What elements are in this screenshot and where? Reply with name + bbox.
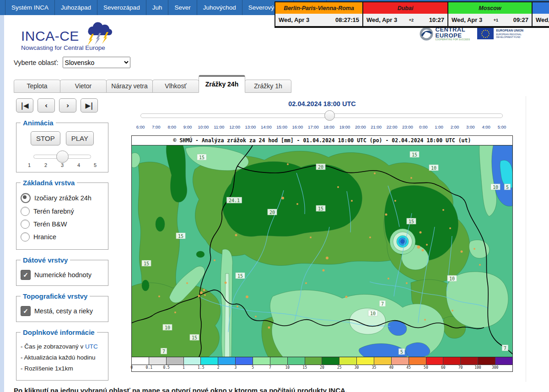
radio-indicator	[21, 193, 31, 203]
legend-swatch	[184, 357, 201, 365]
value-label: 15	[237, 274, 243, 279]
tab-teplota[interactable]: Teplota	[14, 80, 60, 93]
legend-swatch	[495, 357, 512, 365]
nav-item-juh[interactable]: Juh	[146, 0, 169, 15]
clock-zone: Berlin-Paris-Vienna-RomaWed, Apr 308:27:…	[275, 2, 362, 27]
legend-value: 30	[355, 365, 359, 370]
tab-zr-ky-1h[interactable]: Zrážky 1h	[245, 80, 291, 93]
legend-swatch	[288, 357, 305, 365]
value-label: 7	[381, 301, 384, 306]
clock-zone-name: Dubai	[363, 2, 447, 14]
legend-value: 300	[492, 365, 498, 370]
checkbox-indicator: ✓	[21, 270, 31, 280]
info-section: Doplnkové informácie - Čas je zobrazovan…	[16, 328, 108, 381]
base-layer-section: Základná vrstva Izočiary zrážok 24hTerén…	[16, 179, 108, 250]
region-selector: Vyberte oblasť: Slovensko	[14, 57, 130, 68]
clock-time-value: 08:27:15	[335, 16, 359, 23]
central-europe-swirl-icon	[420, 27, 433, 41]
checkbox-label: Numerické hodnoty	[34, 271, 92, 279]
tab-n-razy-vetra[interactable]: Nárazy vetra	[106, 80, 153, 93]
legend-value: 70	[458, 365, 463, 370]
value-label: 10	[431, 166, 436, 171]
region-select[interactable]: Slovensko	[63, 57, 130, 68]
product-tabs: TeplotaVietorNárazy vetraVlhkosťZrážky 2…	[14, 75, 291, 93]
tick-label: 2:00	[451, 124, 459, 129]
clock-date: Wed,	[536, 16, 549, 23]
footer-note: Po kliknutí na jednu vybranú oblasť na m…	[14, 387, 526, 392]
eu-logo: EUROPEAN UNION EUROPEAN REGIONAL DEVELOP…	[477, 28, 523, 39]
speed-label: 2	[44, 162, 47, 168]
nav-item-juhoz-pad[interactable]: Juhozápad	[55, 0, 97, 15]
tab-vietor[interactable]: Vietor	[60, 80, 107, 93]
legend-swatch	[236, 357, 253, 365]
legend-value: 1.5	[198, 365, 204, 370]
legend-swatch	[201, 357, 218, 365]
legend-value: 3	[234, 365, 237, 370]
radio-izo-iary-zr-ok-24h[interactable]: Izočiary zrážok 24h	[21, 193, 104, 203]
tick-label: 9:00	[183, 124, 192, 129]
legend-value: 7	[269, 365, 271, 370]
legend-value: 0.5	[163, 365, 169, 370]
clock-date: Wed, Apr 3	[279, 16, 309, 23]
playback-prev-button[interactable]: ‹	[38, 98, 55, 113]
clock-zone-name	[533, 2, 549, 14]
current-time-label: 02.04.2024 18:00 UTC	[131, 100, 513, 107]
legend-swatch	[218, 357, 236, 365]
value-label: 10	[493, 185, 498, 190]
tick-label: 11:00	[214, 124, 224, 129]
legend-value: 0.1	[146, 365, 152, 370]
nav-item-severoz-pad[interactable]: Severozápad	[97, 0, 146, 15]
tick-label: 13:00	[245, 124, 256, 129]
tick-label: 7:00	[152, 124, 161, 129]
nav-item-syst-m-inca[interactable]: Systém INCA	[5, 0, 55, 15]
time-slider[interactable]	[140, 113, 503, 118]
logo-title: INCA-CE	[21, 28, 79, 44]
playback-last-button[interactable]: ▶|	[81, 98, 98, 113]
precipitation-map[interactable]: © SHMÚ - Analýza zrážok za 24 hod [mm] -…	[131, 135, 513, 372]
radio-hranice[interactable]: Hranice	[21, 232, 104, 242]
map-canvas[interactable]: 15201524.120151510515151510101577105710	[132, 145, 512, 357]
tick-label: 0:00	[419, 124, 428, 129]
eu-flag-icon	[477, 28, 494, 39]
nav-item-juhov-chod[interactable]: Juhovýchod	[197, 0, 242, 15]
clock-zone-time: Wed, Apr 3+210:27	[363, 14, 447, 26]
clock-zone: DubaiWed, Apr 3+210:27	[362, 2, 447, 27]
legend-value: 15	[302, 365, 307, 370]
control-sidebar: |◀‹›▶| Animácia STOP PLAY 12345 Základná…	[16, 98, 108, 381]
info-item: - Čas je zobrazovaný v UTC	[21, 343, 104, 350]
tick-label: 12:00	[229, 124, 240, 129]
radio-ter-n-b-w[interactable]: Terén B&W	[21, 220, 104, 229]
animation-speed-slider[interactable]	[33, 155, 91, 159]
storm-cloud-icon	[82, 22, 118, 46]
utc-link[interactable]: UTC	[85, 343, 98, 350]
content-right-edge	[526, 96, 526, 382]
nav-item-sever[interactable]: Sever	[168, 0, 197, 15]
radio-ter-n-farebn[interactable]: Terén farebný	[21, 207, 104, 216]
time-ticks: 6:007:008:009:0010:0011:0012:0013:0014:0…	[131, 124, 513, 131]
legend-value: 2	[217, 365, 220, 370]
checkbox-numerick-hodnoty[interactable]: ✓Numerické hodnoty	[21, 270, 104, 280]
time-slider-thumb[interactable]	[324, 110, 335, 121]
play-button[interactable]: PLAY	[66, 131, 94, 145]
tab-zr-ky-24h[interactable]: Zrážky 24h	[199, 75, 245, 93]
topo-layers-legend: Topografické vrstvy	[21, 292, 90, 300]
tick-label: 22:00	[387, 124, 398, 129]
radio-indicator	[21, 207, 30, 216]
animation-speed-thumb[interactable]	[56, 150, 69, 163]
playback-first-button[interactable]: |◀	[16, 98, 33, 113]
tick-label: 20:00	[355, 124, 366, 129]
legend-swatch	[392, 357, 409, 365]
tick-label: 10:00	[198, 124, 209, 129]
legend-swatch	[478, 357, 495, 365]
tick-label: 21:00	[371, 124, 382, 129]
value-label: 10	[449, 276, 455, 281]
tick-label: 1:00	[435, 124, 443, 129]
stop-button[interactable]: STOP	[31, 131, 60, 145]
clock-offset: +1	[494, 18, 498, 22]
clock-offset: +2	[409, 18, 414, 22]
speed-scale: 12345	[28, 162, 97, 168]
playback-next-button[interactable]: ›	[59, 98, 76, 113]
tab-vlhkos[interactable]: Vlhkosť	[152, 80, 199, 93]
checkbox-mest-cesty-a-rieky[interactable]: ✓Mestá, cesty a rieky	[21, 306, 104, 316]
legend-swatch	[149, 357, 167, 365]
